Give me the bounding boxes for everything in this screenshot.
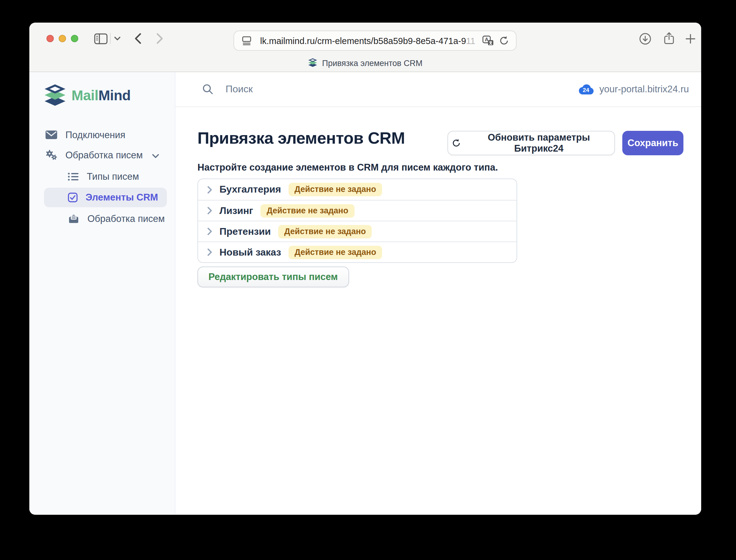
- search-icon: [202, 84, 213, 95]
- status-badge: Действие не задано: [278, 225, 372, 238]
- sidebar-item-crm-elements[interactable]: Элементы CRM: [44, 188, 167, 207]
- sidebar-item-connections[interactable]: Подключения: [29, 125, 175, 145]
- list-item-accounting[interactable]: Бухгалтерия Действие не задано: [198, 179, 517, 200]
- zoom-window-button[interactable]: [71, 35, 78, 42]
- forward-button-icon[interactable]: [153, 23, 166, 54]
- crm-elements-list: Бухгалтерия Действие не задано Лизинг Де…: [197, 179, 517, 263]
- status-badge: Действие не задано: [288, 183, 382, 196]
- logo-text: MailMind: [72, 87, 131, 104]
- sidebar-item-label: Обработка писем: [65, 149, 143, 160]
- sidebar-item-label: Подключения: [65, 129, 125, 140]
- share-icon[interactable]: [661, 23, 677, 54]
- list-item-claims[interactable]: Претензии Действие не задано: [198, 221, 517, 241]
- portal-url: your-portal.bitrix24.ru: [599, 84, 689, 95]
- sidebar-item-label: Обработка писем: [87, 213, 165, 224]
- chevron-down-icon: [152, 154, 159, 158]
- svg-text:A: A: [485, 37, 488, 42]
- status-badge: Действие не задано: [260, 204, 354, 217]
- translate-icon[interactable]: A: [482, 35, 494, 46]
- gears-icon: [45, 150, 57, 160]
- toolbar-divider: [110, 33, 111, 44]
- list-item-name: Лизинг: [219, 205, 253, 216]
- reader-icon[interactable]: [241, 35, 252, 46]
- top-bar: Поиск 24 your-portal.bitrix24.ru: [175, 72, 701, 107]
- list-item-leasing[interactable]: Лизинг Действие не задано: [198, 200, 517, 221]
- main-area: Поиск 24 your-portal.bitrix24.ru: [175, 72, 701, 514]
- app-sidebar: MailMind Подключения: [29, 72, 175, 514]
- tab-favicon-stack-icon: [308, 58, 317, 68]
- sidebar-item-label: Типы писем: [87, 171, 139, 182]
- update-button-label: Обновить параметры Битрикс24: [467, 132, 611, 154]
- portal-link[interactable]: 24 your-portal.bitrix24.ru: [577, 83, 689, 95]
- page-title: Привязка элементов CRM: [197, 129, 405, 148]
- status-badge: Действие не задано: [289, 245, 382, 259]
- envelope-icon: [45, 130, 57, 139]
- edit-mail-types-button[interactable]: Редактировать типы писем: [197, 267, 349, 287]
- browser-window: lk.mailmind.ru/crm-elements/b58a59b9-8e5…: [29, 23, 701, 515]
- open-envelope-icon: [68, 214, 79, 223]
- downloads-icon[interactable]: [637, 23, 653, 54]
- chevron-right-icon: [207, 207, 212, 215]
- sidebar-toggle-icon[interactable]: [93, 23, 109, 54]
- page-subtitle: Настройте создание элементов в CRM для п…: [197, 162, 498, 173]
- svg-text:24: 24: [583, 87, 589, 93]
- logo-stack-icon: [45, 83, 65, 108]
- close-window-button[interactable]: [46, 35, 54, 42]
- chevron-down-icon[interactable]: [113, 23, 122, 54]
- list-item-new-order[interactable]: Новый заказ Действие не задано: [198, 241, 517, 262]
- sidebar-item-label: Элементы CRM: [86, 192, 158, 203]
- refresh-icon: [452, 138, 461, 148]
- bitrix24-cloud-icon: 24: [577, 83, 594, 95]
- list-item-name: Бухгалтерия: [219, 184, 281, 195]
- update-bitrix-params-button[interactable]: Обновить параметры Битрикс24: [447, 131, 615, 155]
- address-bar[interactable]: lk.mailmind.ru/crm-elements/b58a59b9-8e5…: [234, 31, 517, 51]
- sidebar-item-mail-processing-sub[interactable]: Обработка писем: [29, 208, 175, 229]
- screen: lk.mailmind.ru/crm-elements/b58a59b9-8e5…: [0, 0, 736, 560]
- save-button[interactable]: Сохранить: [622, 131, 683, 155]
- list-item-name: Претензии: [219, 226, 271, 237]
- tab-bar[interactable]: Привязка элементов CRM: [29, 54, 701, 72]
- minimize-window-button[interactable]: [59, 35, 66, 42]
- checkbox-check-icon: [68, 193, 78, 202]
- sidebar-item-mail-types[interactable]: Типы писем: [29, 166, 175, 186]
- list-item-name: Новый заказ: [219, 247, 281, 258]
- url-faded-tail: 11: [466, 36, 475, 46]
- sidebar-item-mail-processing[interactable]: Обработка писем: [29, 145, 175, 165]
- url-text: lk.mailmind.ru/crm-elements/b58a59b9-8e5…: [259, 31, 477, 50]
- tab-title: Привязка элементов CRM: [322, 58, 422, 68]
- app-logo[interactable]: MailMind: [29, 81, 175, 110]
- chevron-right-icon: [207, 248, 212, 256]
- back-button-icon[interactable]: [131, 23, 144, 54]
- search-input[interactable]: Поиск: [226, 84, 253, 95]
- chevron-right-icon: [207, 227, 212, 235]
- new-tab-icon[interactable]: [682, 23, 698, 54]
- reload-icon[interactable]: [499, 35, 509, 46]
- chevron-right-icon: [207, 186, 212, 193]
- browser-toolbar: lk.mailmind.ru/crm-elements/b58a59b9-8e5…: [29, 23, 701, 54]
- list-icon: [68, 172, 79, 181]
